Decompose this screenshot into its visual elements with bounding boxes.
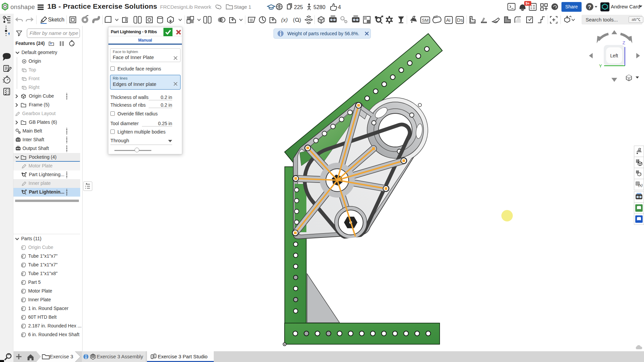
svg-text:Z: Z — [623, 40, 625, 45]
svg-text:}: } — [640, 172, 641, 175]
svg-text:?: ? — [588, 4, 591, 10]
svg-text:9+: 9+ — [526, 1, 530, 5]
svg-text:Ds: Ds — [457, 17, 463, 23]
svg-text:(x): (x) — [638, 183, 643, 187]
svg-text:): ) — [299, 17, 301, 23]
svg-text:225: 225 — [294, 4, 303, 10]
svg-text:(: ( — [293, 17, 295, 23]
svg-text:Ai: Ai — [446, 17, 450, 23]
svg-text:SM: SM — [422, 18, 429, 23]
svg-text:Y: Y — [599, 63, 602, 68]
svg-text:(x): (x) — [281, 17, 288, 23]
svg-text:Left: Left — [610, 53, 618, 58]
svg-text:4: 4 — [338, 4, 341, 10]
svg-text:onshape: onshape — [10, 3, 35, 10]
svg-text:5280: 5280 — [313, 4, 326, 10]
